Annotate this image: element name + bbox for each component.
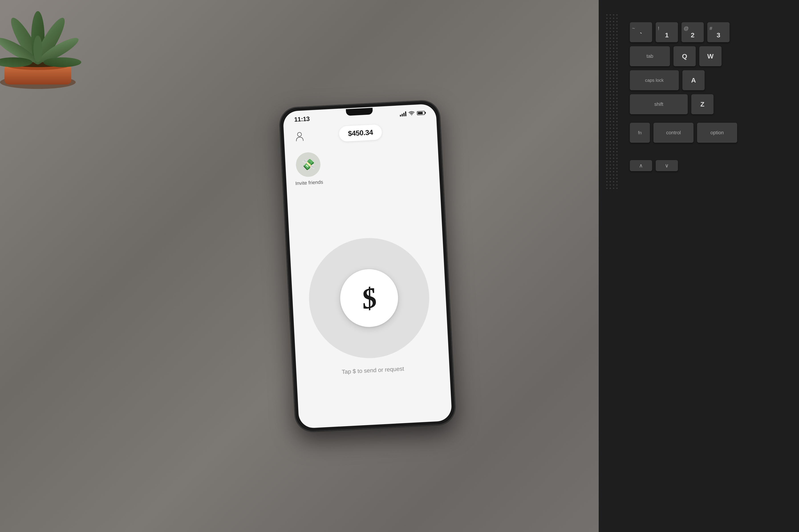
phone-screen: 11:13	[283, 103, 452, 429]
succulent-plant	[0, 0, 102, 102]
key-row-2: tab Q W	[630, 46, 788, 66]
tap-instruction: Tap $ to send or request	[342, 365, 404, 376]
svg-rect-13	[605, 13, 619, 191]
key-row-arrows: ∧ ∨	[630, 160, 788, 171]
key-row-4: shift Z	[630, 94, 788, 114]
svg-point-14	[297, 132, 302, 136]
key-3[interactable]: # 3	[707, 22, 730, 42]
key-capslock[interactable]: caps lock	[630, 70, 679, 90]
circle-area: $ Tap $ to send or request	[296, 188, 443, 423]
app-content: $450.34 💸 Invite friends $	[284, 117, 452, 429]
phone: 11:13	[279, 100, 456, 432]
key-shift[interactable]: shift	[630, 94, 688, 114]
key-control[interactable]: control	[653, 123, 693, 143]
contacts-row: 💸 Invite friends	[294, 146, 431, 186]
key-q[interactable]: Q	[673, 46, 696, 66]
invite-friends-label: Invite friends	[295, 179, 323, 186]
key-z[interactable]: Z	[691, 94, 713, 114]
status-icons	[400, 110, 425, 116]
balance-amount: $450.34	[348, 128, 373, 137]
key-2[interactable]: @ 2	[682, 22, 704, 42]
dollar-sign: $	[360, 282, 379, 314]
signal-icon	[400, 111, 406, 116]
profile-button[interactable]	[293, 129, 307, 143]
key-arrow-up[interactable]: ∧	[630, 160, 652, 171]
battery-icon	[417, 111, 425, 115]
status-time: 11:13	[294, 115, 310, 123]
invite-friends-item[interactable]: 💸 Invite friends	[294, 152, 323, 186]
key-a[interactable]: A	[683, 70, 705, 90]
key-row-5: fn control option	[630, 123, 788, 143]
key-row-3: caps lock A	[630, 70, 788, 90]
key-tab[interactable]: tab	[630, 46, 670, 66]
key-tilde[interactable]: ~ `	[630, 22, 652, 42]
key-arrow-down[interactable]: ∨	[656, 160, 678, 171]
invite-friends-avatar: 💸	[295, 152, 321, 177]
key-fn[interactable]: fn	[630, 123, 650, 143]
key-w[interactable]: W	[699, 46, 722, 66]
key-row-1: ~ ` ! 1 @ 2 # 3	[630, 22, 788, 42]
wifi-icon	[408, 111, 415, 116]
balance-display[interactable]: $450.34	[339, 124, 382, 141]
svg-point-10	[43, 57, 81, 67]
svg-point-11	[33, 36, 42, 62]
header-row: $450.34	[293, 121, 429, 144]
outer-circle: $	[306, 235, 433, 361]
dollar-button[interactable]: $	[339, 268, 399, 328]
key-1[interactable]: ! 1	[656, 22, 678, 42]
key-option[interactable]: option	[697, 123, 737, 143]
laptop: ~ ` ! 1 @ 2 # 3 tab	[599, 0, 799, 532]
